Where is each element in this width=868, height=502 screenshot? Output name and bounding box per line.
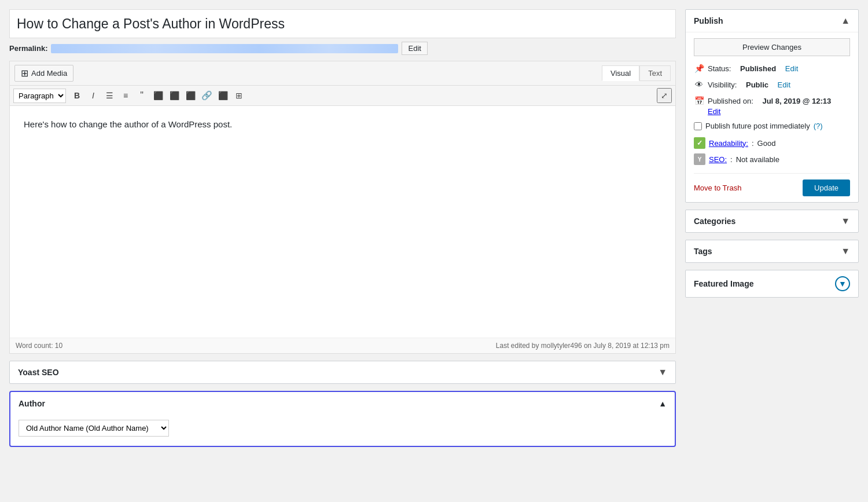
author-metabox: Author ▲ Old Author Name (Old Author Nam… xyxy=(9,391,676,447)
publish-actions: Move to Trash Update xyxy=(694,173,850,196)
align-right-button[interactable]: ⬛ xyxy=(183,88,198,103)
tags-label: Tags xyxy=(694,247,712,256)
publish-panel-header[interactable]: Publish ▲ xyxy=(686,10,858,32)
visibility-value: Public xyxy=(746,80,768,89)
seo-link[interactable]: SEO: xyxy=(709,155,727,164)
publish-panel-chevron: ▲ xyxy=(841,16,850,26)
categories-chevron: ▼ xyxy=(841,216,850,226)
readability-link[interactable]: Readability: xyxy=(709,139,748,148)
categories-panel-header[interactable]: Categories ▼ xyxy=(686,210,858,232)
editor-content-area[interactable]: Here's how to change the author of a Wor… xyxy=(10,106,675,338)
future-post-label: Publish future post immediately xyxy=(705,122,810,130)
ordered-list-button[interactable]: ≡ xyxy=(118,88,133,103)
last-edited: Last edited by mollytyler496 on July 8, … xyxy=(496,342,670,350)
editor-tabs: Visual Text xyxy=(602,65,671,81)
toolbar-row: Paragraph B I ☰ ≡ " ⬛ ⬛ ⬛ 🔗 ⬛ ⊞ ⤢ xyxy=(10,86,675,106)
permalink-row: Permalink: Edit xyxy=(9,42,676,55)
seo-value: Not available xyxy=(736,155,779,164)
publish-panel-body: Preview Changes 📌 Status: Published Edit… xyxy=(686,32,858,202)
published-on-edit-link[interactable]: Edit xyxy=(708,107,720,116)
future-post-row: Publish future post immediately (?) xyxy=(694,122,850,130)
word-count: Word count: 10 xyxy=(16,342,62,350)
add-media-icon: ⊞ xyxy=(21,68,28,79)
author-box-content: Old Author Name (Old Author Name) New Au… xyxy=(10,415,675,446)
categories-panel: Categories ▼ xyxy=(685,210,859,233)
tab-text[interactable]: Text xyxy=(639,65,671,81)
readability-badge: ✓ xyxy=(694,137,705,149)
yoast-seo-metabox: Yoast SEO ▼ xyxy=(9,361,676,384)
author-select[interactable]: Old Author Name (Old Author Name) New Au… xyxy=(19,420,169,437)
status-icon: 📌 xyxy=(694,63,704,74)
seo-row: Y SEO: : Not available xyxy=(694,153,850,165)
update-button[interactable]: Update xyxy=(803,179,850,196)
seo-badge: Y xyxy=(694,153,705,165)
future-post-help-link[interactable]: (?) xyxy=(814,122,823,130)
readability-separator: : xyxy=(752,139,754,148)
tags-panel-header[interactable]: Tags ▼ xyxy=(686,240,858,262)
visibility-edit-link[interactable]: Edit xyxy=(778,80,790,89)
sidebar: Publish ▲ Preview Changes 📌 Status: Publ… xyxy=(685,9,859,305)
readability-value: Good xyxy=(757,139,776,148)
yoast-seo-header[interactable]: Yoast SEO ▼ xyxy=(10,361,675,383)
italic-button[interactable]: I xyxy=(86,88,101,103)
add-media-bar: ⊞ Add Media xyxy=(14,65,73,82)
visibility-label: Visibility: xyxy=(708,80,737,89)
tags-chevron: ▼ xyxy=(841,246,850,257)
move-to-trash-link[interactable]: Move to Trash xyxy=(694,184,741,192)
future-post-checkbox[interactable] xyxy=(694,122,702,130)
calendar-icon: 📅 xyxy=(694,96,704,106)
align-center-button[interactable]: ⬛ xyxy=(167,88,182,103)
editor-text: Here's how to change the author of a Wor… xyxy=(24,118,661,131)
add-media-label: Add Media xyxy=(31,69,67,78)
unordered-list-button[interactable]: ☰ xyxy=(102,88,117,103)
author-metabox-header[interactable]: Author ▲ xyxy=(10,392,675,415)
featured-image-panel: Featured Image ▼ xyxy=(685,270,859,298)
publish-visibility-row: 👁 Visibility: Public Edit xyxy=(694,79,850,90)
published-on-row: 📅 Published on: Jul 8, 2019 @ 12:13 Edit xyxy=(694,96,850,116)
paragraph-select[interactable]: Paragraph xyxy=(13,89,66,103)
link-button[interactable]: 🔗 xyxy=(199,88,214,103)
tags-panel: Tags ▼ xyxy=(685,240,859,263)
editor-footer: Word count: 10 Last edited by mollytyler… xyxy=(10,338,675,353)
bold-button[interactable]: B xyxy=(69,88,84,103)
permalink-edit-button[interactable]: Edit xyxy=(402,42,427,55)
yoast-seo-label: Yoast SEO xyxy=(18,368,59,377)
editor-wrapper: Paragraph B I ☰ ≡ " ⬛ ⬛ ⬛ 🔗 ⬛ ⊞ ⤢ Here's… xyxy=(9,85,676,354)
published-on-value: Jul 8, 2019 @ 12:13 xyxy=(762,97,831,105)
table-button[interactable]: ⊞ xyxy=(231,88,247,103)
tab-visual[interactable]: Visual xyxy=(602,65,639,81)
featured-image-panel-header[interactable]: Featured Image ▼ xyxy=(686,270,858,297)
categories-label: Categories xyxy=(694,217,735,226)
publish-panel-title: Publish xyxy=(694,16,723,25)
featured-image-chevron-btn[interactable]: ▼ xyxy=(835,276,850,291)
published-on-label: Published on: xyxy=(708,97,753,105)
publish-status-row: 📌 Status: Published Edit xyxy=(694,63,850,74)
align-left-button[interactable]: ⬛ xyxy=(150,88,165,103)
permalink-label: Permalink: xyxy=(9,44,47,53)
status-label: Status: xyxy=(708,64,731,73)
more-button[interactable]: ⬛ xyxy=(215,88,230,103)
featured-image-label: Featured Image xyxy=(694,279,753,288)
author-chevron: ▲ xyxy=(659,399,667,408)
status-edit-link[interactable]: Edit xyxy=(785,64,798,73)
readability-row: ✓ Readability: : Good xyxy=(694,137,850,149)
preview-changes-button[interactable]: Preview Changes xyxy=(694,38,850,56)
visibility-icon: 👁 xyxy=(694,79,704,90)
permalink-url-bar xyxy=(51,44,398,53)
post-title-input[interactable] xyxy=(9,9,676,38)
fullscreen-button[interactable]: ⤢ xyxy=(657,88,672,103)
add-media-button[interactable]: ⊞ Add Media xyxy=(14,65,73,82)
blockquote-button[interactable]: " xyxy=(134,88,149,103)
seo-separator: : xyxy=(730,155,733,164)
author-label: Author xyxy=(19,399,45,408)
publish-panel: Publish ▲ Preview Changes 📌 Status: Publ… xyxy=(685,9,859,203)
yoast-seo-chevron: ▼ xyxy=(658,367,667,378)
status-value: Published xyxy=(740,64,776,73)
